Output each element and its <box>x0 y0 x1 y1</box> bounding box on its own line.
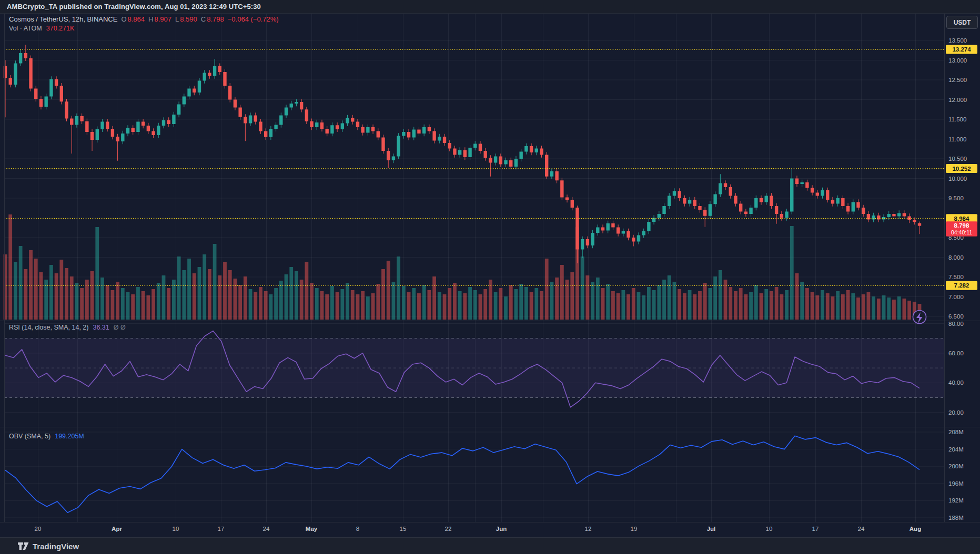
obv-tick: 200M <box>948 463 964 469</box>
rsi-header[interactable]: RSI (14, close, SMA, 14, 2) 36.31 Ø Ø <box>9 324 126 331</box>
time-tick: 10 <box>173 526 179 532</box>
rsi-tick: 20.00 <box>948 409 964 416</box>
price-tick: 13.500 <box>948 37 967 44</box>
pane-separators <box>0 13 980 522</box>
obv-header[interactable]: OBV (SMA, 5) 199.205M <box>9 433 84 440</box>
price-tick: 11.000 <box>948 136 966 142</box>
time-tick: 12 <box>585 526 592 532</box>
ohlc-values: O8.864 H8.907 L8.590 C8.798 <box>121 15 224 23</box>
obv-tick: 204M <box>948 446 964 453</box>
time-tick: 17 <box>218 526 225 532</box>
time-tick: May <box>306 526 318 532</box>
time-tick: Apr <box>112 526 122 532</box>
volume-row[interactable]: Vol · ATOM 370.271K <box>9 25 279 32</box>
price-tick: 11.500 <box>948 116 966 122</box>
obv-tick: 208M <box>948 429 964 435</box>
obv-line <box>5 436 920 512</box>
time-tick: Aug <box>910 526 921 532</box>
chart-canvas[interactable]: 13.50013.00012.50012.00011.50011.00010.5… <box>0 0 980 554</box>
icons <box>913 311 926 324</box>
time-tick: 19 <box>631 526 638 532</box>
volume-value: 370.271K <box>46 25 75 32</box>
svg-text:13.274: 13.274 <box>952 46 971 53</box>
price-tick: 7.000 <box>948 294 964 300</box>
symbol-title: Cosmos / TetherUS, 12h, BINANCE <box>9 15 117 23</box>
time-tick: 10 <box>766 526 773 532</box>
svg-text:04:40:11: 04:40:11 <box>951 229 972 235</box>
price-tick: 12.000 <box>948 97 967 103</box>
time-tick: 8 <box>356 526 359 532</box>
price-tick: 10.000 <box>948 176 967 182</box>
time-tick: 24 <box>263 526 270 532</box>
change-value: −0.064 (−0.72%) <box>228 15 279 23</box>
time-tick: 24 <box>858 526 865 532</box>
obv-tick: 196M <box>948 480 964 487</box>
price-tick: 10.500 <box>948 156 967 162</box>
price-tick: 12.500 <box>948 77 967 83</box>
high-label: H <box>148 15 153 23</box>
grid-lines <box>4 14 944 522</box>
rsi-value: 36.31 <box>93 324 109 331</box>
volume-label: Vol · ATOM <box>9 25 42 32</box>
alert-level-lines <box>4 49 944 285</box>
obv-tick: 192M <box>948 497 964 504</box>
rsi-tick: 60.00 <box>948 350 964 356</box>
high-value: 8.907 <box>154 15 171 23</box>
svg-text:10.252: 10.252 <box>952 166 971 172</box>
candlestick-series <box>4 45 921 263</box>
currency-toggle-button[interactable]: USDT <box>946 16 978 29</box>
open-label: O <box>121 15 126 23</box>
price-tick: 9.500 <box>948 195 964 201</box>
rsi-band <box>4 338 944 398</box>
tradingview-logo-icon <box>18 541 29 551</box>
obv-tick: 188M <box>948 515 964 521</box>
obv-title: OBV (SMA, 5) <box>9 433 50 440</box>
symbol-row[interactable]: Cosmos / TetherUS, 12h, BINANCE O8.864 H… <box>9 15 279 23</box>
open-value: 8.864 <box>128 15 145 23</box>
time-tick: 20 <box>35 526 42 532</box>
publish-bar: AMBCrypto_TA published on TradingView.co… <box>0 0 980 14</box>
svg-text:8.798: 8.798 <box>954 222 969 229</box>
rsi-extras: Ø Ø <box>114 324 126 331</box>
footer-bar: TradingView <box>0 537 980 554</box>
rsi-title: RSI (14, close, SMA, 14, 2) <box>9 324 88 331</box>
close-label: C <box>201 15 206 23</box>
price-tick: 13.000 <box>948 57 967 64</box>
tradingview-logo[interactable]: TradingView <box>18 541 79 551</box>
time-tick: 17 <box>812 526 819 532</box>
time-tick: Jun <box>496 526 507 532</box>
obv-value: 199.205M <box>55 433 84 440</box>
time-tick: 15 <box>400 526 407 532</box>
price-tick: 8.000 <box>948 254 964 261</box>
svg-text:8.984: 8.984 <box>954 216 969 222</box>
price-scale: 13.50013.00012.50012.00011.50011.00010.5… <box>946 37 977 521</box>
low-value: 8.590 <box>180 15 197 23</box>
attribution-text: AMBCrypto_TA published on TradingView.co… <box>7 3 261 11</box>
time-tick: 22 <box>445 526 452 532</box>
rsi-tick: 40.00 <box>948 379 964 386</box>
low-label: L <box>175 15 179 23</box>
volume-series <box>4 214 922 320</box>
time-tick: Jul <box>707 526 716 532</box>
svg-text:7.282: 7.282 <box>954 282 969 289</box>
rsi-tick: 80.00 <box>948 321 964 327</box>
close-value: 8.798 <box>207 15 224 23</box>
chart-legend: Cosmos / TetherUS, 12h, BINANCE O8.864 H… <box>9 15 279 32</box>
price-tick: 7.500 <box>948 274 964 280</box>
time-axis: 20Apr101724May81522Jun1219Jul101724Aug <box>35 526 922 532</box>
price-tick: 6.500 <box>948 313 964 320</box>
currency-label: USDT <box>954 19 971 26</box>
brand-text: TradingView <box>33 542 79 551</box>
